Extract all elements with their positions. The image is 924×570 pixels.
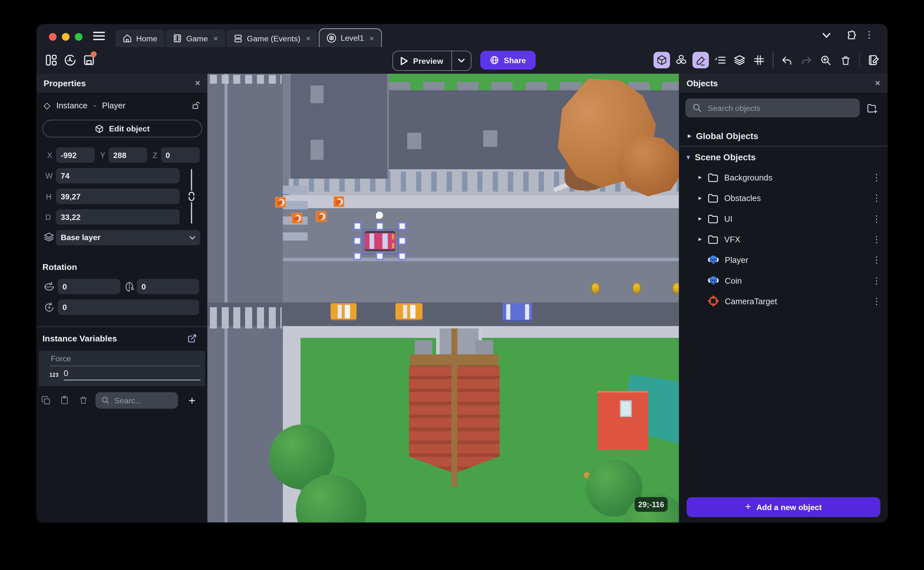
resize-handle[interactable] — [376, 222, 383, 230]
zoom-window-button[interactable] — [75, 33, 82, 41]
delete-variable-icon[interactable] — [79, 395, 88, 405]
objects-search-input[interactable] — [685, 98, 860, 117]
tab-game[interactable]: Game × — [166, 29, 225, 47]
zoom-in-icon[interactable] — [818, 52, 834, 69]
variable-name[interactable]: Force — [50, 354, 200, 366]
window-chevron-down-icon[interactable] — [822, 32, 831, 38]
layer-select[interactable]: Base layer — [56, 230, 200, 245]
objects-search[interactable] — [685, 98, 860, 117]
tab-level1[interactable]: Level1 × — [319, 28, 382, 47]
edit-pencil-icon[interactable] — [692, 52, 709, 69]
object-menu-icon[interactable]: ⋮ — [872, 275, 881, 286]
variable-value-input[interactable]: 0 — [64, 369, 200, 380]
taxi-instance[interactable] — [331, 303, 357, 320]
autumn-tree-instance[interactable] — [541, 78, 678, 196]
object-menu-icon[interactable]: ⋮ — [872, 296, 881, 306]
extensions-puzzle-icon[interactable] — [846, 29, 857, 41]
close-tab-icon[interactable]: × — [213, 34, 218, 43]
object-row-player[interactable]: Player ⋮ — [680, 250, 887, 270]
d-input[interactable] — [56, 209, 180, 225]
object-row-cameratarget[interactable]: CameraTarget ⋮ — [680, 291, 887, 311]
link-dimensions-icon[interactable] — [187, 192, 196, 201]
close-properties-icon[interactable]: × — [195, 78, 200, 89]
pickup-box-instance[interactable] — [275, 197, 286, 207]
folder-menu-icon[interactable]: ⋮ — [872, 234, 881, 244]
close-tab-icon[interactable]: × — [305, 34, 310, 43]
view-3d-toggle-icon[interactable] — [654, 52, 670, 69]
player-car-instance[interactable] — [365, 231, 396, 251]
resize-handle[interactable] — [354, 222, 361, 230]
project-manager-icon[interactable] — [45, 54, 58, 66]
z-input[interactable] — [161, 147, 200, 163]
window-kebab-menu-icon[interactable]: ⋮ — [864, 29, 874, 40]
folder-row-backgrounds[interactable]: ▸ Backgrounds ⋮ — [680, 167, 887, 187]
pickup-box-instance[interactable] — [333, 196, 344, 207]
redo-icon[interactable] — [798, 52, 815, 69]
y-input[interactable] — [108, 147, 147, 163]
edit-object-button[interactable]: Edit object — [42, 120, 202, 137]
pickup-box-instance[interactable] — [316, 211, 327, 222]
undo-icon[interactable] — [779, 52, 796, 69]
resize-handle[interactable] — [398, 222, 406, 230]
resize-handle[interactable] — [398, 237, 406, 245]
scene-canvas[interactable]: 29;-116 — [207, 74, 678, 522]
resize-handle[interactable] — [354, 252, 361, 260]
resize-handle[interactable] — [398, 252, 406, 260]
group-scene-objects[interactable]: ▾ Scene Objects — [680, 147, 887, 167]
resize-handle[interactable] — [354, 237, 361, 245]
folder-menu-icon[interactable]: ⋮ — [872, 213, 881, 224]
add-folder-icon[interactable] — [866, 103, 878, 114]
resize-handle[interactable] — [376, 252, 383, 260]
folder-menu-icon[interactable]: ⋮ — [872, 193, 881, 203]
coin-instance[interactable] — [632, 282, 641, 294]
x-input[interactable] — [56, 147, 95, 163]
share-button[interactable]: Share — [480, 51, 535, 70]
grid-icon[interactable] — [751, 52, 767, 69]
delete-icon[interactable] — [837, 52, 854, 69]
tab-home[interactable]: Home — [116, 29, 165, 47]
layers-icon[interactable] — [732, 52, 748, 69]
coin-instance[interactable] — [672, 282, 679, 294]
tower-gray-top[interactable] — [438, 328, 480, 357]
main-menu-icon[interactable] — [93, 31, 105, 40]
building-roof-left[interactable] — [289, 74, 389, 179]
variable-row[interactable]: Force 123 0 — [39, 351, 205, 386]
minimize-window-button[interactable] — [62, 33, 70, 41]
objects-cubes-icon[interactable] — [673, 52, 689, 69]
rotation-x-input[interactable] — [58, 279, 120, 294]
preview-options-dropdown[interactable] — [451, 51, 471, 70]
scene-properties-icon[interactable] — [865, 52, 882, 69]
object-menu-icon[interactable]: ⋮ — [872, 254, 881, 265]
add-new-object-button[interactable]: + Add a new object — [687, 497, 880, 518]
add-variable-icon[interactable]: + — [189, 394, 195, 408]
taxi-instance[interactable] — [396, 303, 423, 320]
rotation-y-input[interactable] — [137, 279, 199, 294]
coin-instance[interactable] — [591, 282, 600, 294]
tab-game-events[interactable]: Game (Events) × — [226, 29, 318, 47]
unlock-icon[interactable] — [192, 101, 200, 110]
instances-list-icon[interactable] — [712, 52, 729, 69]
copy-variable-icon[interactable] — [41, 395, 50, 405]
version-history-icon[interactable] — [64, 54, 76, 66]
blue-car-instance[interactable] — [503, 303, 532, 322]
folder-row-obstacles[interactable]: ▸ Obstacles ⋮ — [680, 187, 887, 208]
save-icon[interactable] — [82, 54, 95, 66]
object-row-coin[interactable]: Coin ⋮ — [680, 270, 887, 290]
folder-menu-icon[interactable]: ⋮ — [872, 172, 881, 182]
h-input[interactable] — [56, 189, 180, 204]
paste-variable-icon[interactable] — [60, 395, 69, 405]
variables-search[interactable] — [95, 392, 178, 409]
close-tab-icon[interactable]: × — [370, 33, 374, 43]
pickup-box-instance[interactable] — [292, 213, 302, 224]
group-global-objects[interactable]: ▸ Global Objects — [680, 126, 887, 146]
w-input[interactable] — [56, 168, 180, 183]
close-window-button[interactable] — [49, 33, 57, 41]
rotate-handle[interactable] — [376, 211, 383, 219]
red-building-wall[interactable] — [597, 391, 648, 450]
preview-button[interactable]: Preview — [393, 51, 472, 71]
rotation-z-input[interactable] — [58, 299, 199, 315]
open-variables-external-icon[interactable] — [188, 334, 197, 343]
folder-row-vfx[interactable]: ▸ VFX ⋮ — [680, 229, 887, 250]
close-objects-icon[interactable]: × — [875, 78, 880, 89]
folder-row-ui[interactable]: ▸ UI ⋮ — [680, 208, 887, 228]
